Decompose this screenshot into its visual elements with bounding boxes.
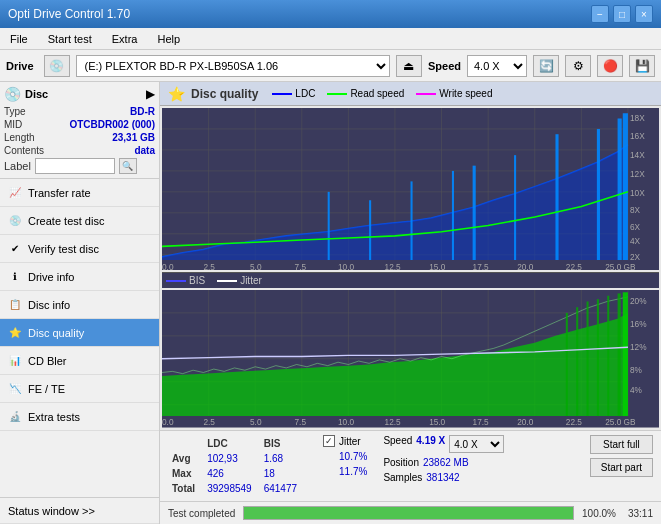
- disc-mid-row: MID OTCBDR002 (000): [4, 119, 155, 130]
- refresh-button[interactable]: 🔄: [533, 55, 559, 77]
- disc-panel-icon: 💿: [4, 86, 21, 102]
- menu-extra[interactable]: Extra: [106, 31, 144, 47]
- svg-text:0.0: 0.0: [162, 262, 174, 270]
- status-section: Status window >>: [0, 497, 159, 524]
- progress-bar-fill: [244, 507, 573, 519]
- create-test-disc-icon: 💿: [8, 214, 22, 228]
- samples-label: Samples: [383, 472, 422, 483]
- svg-rect-70: [597, 300, 599, 417]
- svg-text:10.0: 10.0: [338, 262, 354, 270]
- chart2-legend: BIS Jitter: [162, 272, 659, 288]
- nav-disc-quality[interactable]: ⭐ Disc quality: [0, 319, 159, 347]
- legend-write-speed-color: [416, 93, 436, 95]
- svg-text:17.5: 17.5: [473, 262, 489, 270]
- chart1-svg: 0.0 2.5 5.0 7.5 10.0 12.5 15.0 17.5 20.0…: [162, 108, 659, 270]
- settings-button[interactable]: ⚙: [565, 55, 591, 77]
- legend-ldc: LDC: [272, 88, 315, 99]
- save-button[interactable]: 💾: [629, 55, 655, 77]
- svg-text:22.5: 22.5: [566, 262, 582, 270]
- title-bar: Opti Drive Control 1.70 − □ ×: [0, 0, 661, 28]
- nav-verify-test-disc[interactable]: ✔ Verify test disc: [0, 235, 159, 263]
- disc-label-input[interactable]: [35, 158, 115, 174]
- start-part-button[interactable]: Start part: [590, 458, 653, 477]
- jitter-stats: Jitter 10.7% 11.7%: [323, 435, 367, 477]
- svg-rect-26: [555, 134, 558, 260]
- maximize-button[interactable]: □: [613, 5, 631, 23]
- svg-text:5.0: 5.0: [250, 417, 262, 427]
- svg-text:4%: 4%: [630, 385, 642, 395]
- disc-panel-expand[interactable]: ▶: [146, 87, 155, 101]
- svg-rect-20: [328, 192, 330, 260]
- svg-rect-21: [369, 200, 371, 260]
- svg-text:5.0: 5.0: [250, 262, 262, 270]
- drive-select[interactable]: (E:) PLEXTOR BD-R PX-LB950SA 1.06: [76, 55, 390, 77]
- stats-total-ldc: 39298549: [205, 482, 260, 495]
- stats-max-ldc: 426: [205, 467, 260, 480]
- status-window-label: Status window >>: [8, 505, 95, 517]
- main-content: ⭐ Disc quality LDC Read speed Write spee…: [160, 82, 661, 524]
- nav-drive-info[interactable]: ℹ Drive info: [0, 263, 159, 291]
- disc-contents-label: Contents: [4, 145, 44, 156]
- progress-bar: [243, 506, 574, 520]
- app-title: Opti Drive Control 1.70: [8, 7, 130, 21]
- buttons-section: Start full Start part: [590, 435, 653, 477]
- stats-table: LDC BIS Avg 102,93 1.68 Max 426 18 Total…: [168, 435, 307, 497]
- extra-tests-icon: 🔬: [8, 410, 22, 424]
- disc-type-value: BD-R: [130, 106, 155, 117]
- disc-label-button[interactable]: 🔍: [119, 158, 137, 174]
- nav-extra-tests-label: Extra tests: [28, 411, 80, 423]
- svg-text:15.0: 15.0: [429, 417, 445, 427]
- panel-header-title: Disc quality: [191, 87, 258, 101]
- progress-bar-section: Test completed 100.0% 33:11: [160, 501, 661, 524]
- svg-text:17.5: 17.5: [473, 417, 489, 427]
- legend-bis: BIS: [166, 275, 205, 286]
- close-button[interactable]: ×: [635, 5, 653, 23]
- chart1-wrapper: 0.0 2.5 5.0 7.5 10.0 12.5 15.0 17.5 20.0…: [162, 108, 659, 270]
- nav-cd-bler[interactable]: 📊 CD Bler: [0, 347, 159, 375]
- disk-button[interactable]: 🔴: [597, 55, 623, 77]
- nav-transfer-rate[interactable]: 📈 Transfer rate: [0, 179, 159, 207]
- verify-test-disc-icon: ✔: [8, 242, 22, 256]
- nav-disc-info[interactable]: 📋 Disc info: [0, 291, 159, 319]
- cd-bler-icon: 📊: [8, 354, 22, 368]
- speed-stats: Speed 4.19 X 4.0 X Position 23862 MB Sam…: [383, 435, 504, 483]
- status-window-button[interactable]: Status window >>: [0, 498, 159, 524]
- disc-label-label: Label: [4, 160, 31, 172]
- speed-select-stats[interactable]: 4.0 X: [449, 435, 504, 453]
- jitter-checkbox[interactable]: [323, 435, 335, 447]
- svg-text:12X: 12X: [630, 169, 645, 179]
- nav-drive-info-label: Drive info: [28, 271, 74, 283]
- panel-header: ⭐ Disc quality LDC Read speed Write spee…: [160, 82, 661, 106]
- legend-write-speed: Write speed: [416, 88, 492, 99]
- legend-jitter-color: [217, 280, 237, 282]
- menu-help[interactable]: Help: [151, 31, 186, 47]
- menu-start-test[interactable]: Start test: [42, 31, 98, 47]
- stats-total-bis: 641477: [262, 482, 305, 495]
- disc-length-value: 23,31 GB: [112, 132, 155, 143]
- speed-select[interactable]: 4.0 X: [467, 55, 527, 77]
- disc-type-row: Type BD-R: [4, 106, 155, 117]
- progress-time: 33:11: [628, 508, 653, 519]
- eject-button[interactable]: ⏏: [396, 55, 422, 77]
- svg-rect-28: [618, 118, 622, 260]
- nav-fe-te[interactable]: 📉 FE / TE: [0, 375, 159, 403]
- legend-jitter: Jitter: [217, 275, 262, 286]
- charts-area: 0.0 2.5 5.0 7.5 10.0 12.5 15.0 17.5 20.0…: [160, 106, 661, 430]
- disc-type-label: Type: [4, 106, 26, 117]
- svg-text:12.5: 12.5: [385, 262, 401, 270]
- minimize-button[interactable]: −: [591, 5, 609, 23]
- menu-file[interactable]: File: [4, 31, 34, 47]
- drive-icon-button[interactable]: 💿: [44, 55, 70, 77]
- svg-rect-23: [452, 171, 454, 260]
- disc-contents-value: data: [134, 145, 155, 156]
- nav-create-test-disc[interactable]: 💿 Create test disc: [0, 207, 159, 235]
- fe-te-icon: 📉: [8, 382, 22, 396]
- start-full-button[interactable]: Start full: [590, 435, 653, 454]
- progress-percent: 100.0%: [582, 508, 616, 519]
- svg-text:8%: 8%: [630, 365, 642, 375]
- drive-label: Drive: [6, 60, 34, 72]
- nav-list: 📈 Transfer rate 💿 Create test disc ✔ Ver…: [0, 179, 159, 431]
- nav-extra-tests[interactable]: 🔬 Extra tests: [0, 403, 159, 431]
- panel-header-icon: ⭐: [168, 86, 185, 102]
- svg-rect-22: [411, 181, 413, 260]
